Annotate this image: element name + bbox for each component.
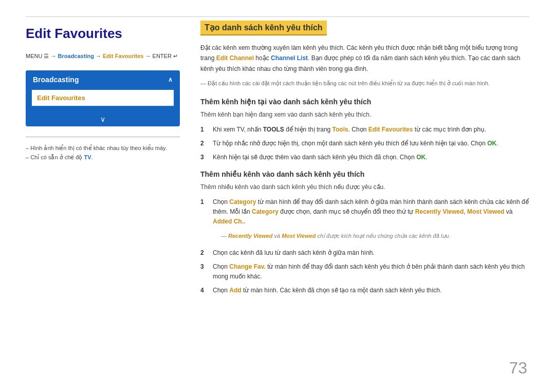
tv-ui-selected-item: Edit Favourites (31, 89, 175, 107)
step-text: Chọn Change Fav. từ màn hình để thay đổi… (213, 262, 529, 282)
step-text: Từ hộp nhắc nhở được hiện thị, chọn một … (213, 139, 498, 148)
steps-list-2: 1 Chọn Category từ màn hình để thay đổi … (200, 197, 529, 296)
step-text: Chọn Add từ màn hình. Các kênh đã chọn s… (213, 286, 441, 295)
step-num: 4 (200, 286, 208, 295)
tv-ui-header: Broadcasting ∧ (26, 70, 180, 89)
page-number: 73 (509, 359, 527, 378)
step-1-3: 3 Kênh hiện tại sẽ được thêm vào danh sá… (200, 153, 529, 162)
left-notes: – Hình ảnh hiển thị có thể khác nhau tùy… (26, 143, 180, 162)
section-title: Tạo danh sách kênh yêu thích (200, 21, 327, 35)
note-2: – Chỉ có sẵn ở chế độ TV. (26, 153, 180, 162)
intro-text: Đặt các kênh xem thường xuyên làm kênh y… (200, 43, 529, 74)
menu-path: MENU ☰ → Broadcasting → Edit Favourites … (26, 52, 180, 61)
step-text: Khi xem TV, nhấn TOOLS để hiện thị trang… (213, 125, 486, 135)
subsection1-intro: Thêm kênh bạn hiện đang xem vào danh sác… (200, 110, 529, 120)
step-num: 2 (200, 248, 208, 258)
steps-list-1: 1 Khi xem TV, nhấn TOOLS để hiện thị tra… (200, 125, 529, 163)
menu-icon: ☰ (44, 53, 49, 59)
step-2-4: 4 Chọn Add từ màn hình. Các kênh đã chọn… (200, 286, 529, 295)
menu-enter-icon: ↵ (173, 53, 178, 59)
step-num: 1 (200, 125, 208, 135)
step-2-1-note: Recently Viewed và Most Viewed chỉ được … (211, 229, 529, 244)
subsection2-intro: Thêm nhiều kênh vào danh sách kênh yêu t… (200, 182, 529, 192)
step-num: 3 (200, 153, 208, 162)
step-num: 2 (200, 139, 208, 148)
menu-arrow1: → (49, 53, 58, 59)
step-text: Chọn các kênh đã lưu từ danh sách kênh ở… (213, 248, 375, 258)
subsection2-title: Thêm nhiều kênh vào danh sách kênh yêu t… (200, 170, 529, 178)
menu-broadcasting: Broadcasting (58, 53, 94, 59)
note-1: – Hình ảnh hiển thị có thể khác nhau tùy… (26, 143, 180, 153)
divider (26, 137, 180, 137)
tv-ui-box: Broadcasting ∧ Edit Favourites ∨ (26, 70, 180, 126)
intro-note: Đặt cấu hình các cài đặt một cách thuận … (200, 79, 529, 88)
chevron-up-icon: ∧ (168, 76, 173, 83)
step-2-2: 2 Chọn các kênh đã lưu từ danh sách kênh… (200, 248, 529, 258)
menu-arrow2: → (94, 53, 103, 59)
step-1-2: 2 Từ hộp nhắc nhở được hiện thị, chọn mộ… (200, 139, 529, 148)
menu-prefix: MENU (26, 53, 44, 59)
left-column: Edit Favourites MENU ☰ → Broadcasting → … (26, 21, 180, 371)
step-1-1: 1 Khi xem TV, nhấn TOOLS để hiện thị tra… (200, 125, 529, 135)
step-text: Chọn Category từ màn hình để thay đổi da… (213, 197, 529, 227)
page-title: Edit Favourites (26, 26, 180, 42)
top-divider (26, 16, 529, 17)
step-num: 3 (200, 262, 208, 272)
step-2-1: 1 Chọn Category từ màn hình để thay đổi … (200, 197, 529, 227)
right-column: Tạo danh sách kênh yêu thích Đặt các kên… (200, 21, 529, 371)
step-num: 1 (200, 197, 208, 207)
step-2-3: 3 Chọn Change Fav. từ màn hình để thay đ… (200, 262, 529, 282)
step-note: Recently Viewed và Most Viewed chỉ được … (221, 232, 450, 241)
tv-ui-header-label: Broadcasting (33, 76, 79, 84)
chevron-down-icon: ∨ (26, 112, 180, 126)
subsection1-title: Thêm kênh hiện tại vào danh sách kênh yê… (200, 98, 529, 106)
menu-edit-fav: Edit Favourites (103, 53, 143, 59)
step-text: Kênh hiện tại sẽ được thêm vào danh sách… (213, 153, 428, 162)
menu-arrow3: → ENTER (143, 53, 173, 59)
